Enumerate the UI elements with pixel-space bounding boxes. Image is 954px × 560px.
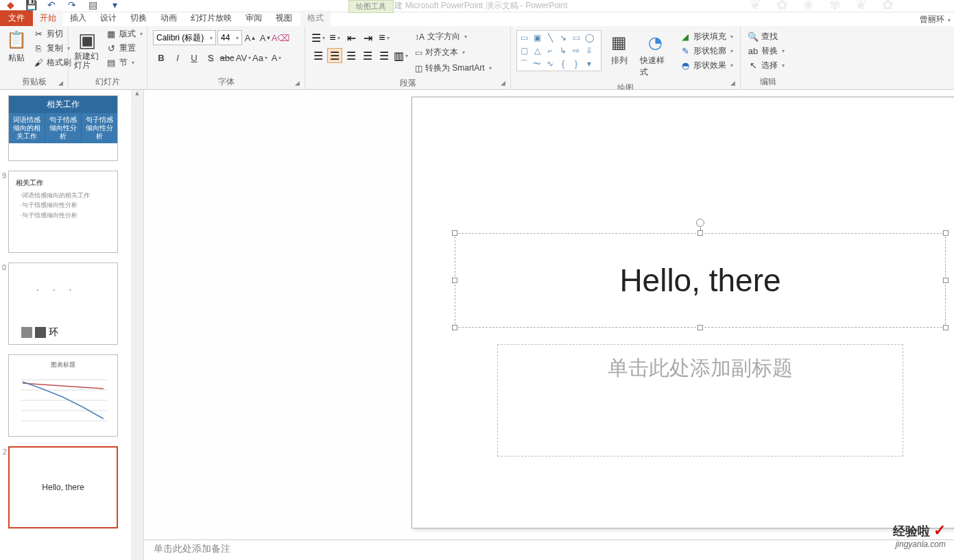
numbering-button[interactable]: ≡▾: [327, 30, 342, 45]
shape-effects-button[interactable]: ◓形状效果▾: [678, 59, 735, 72]
slide-canvas-area[interactable]: Hello, there 单击此处添加副标题: [144, 90, 954, 560]
convert-smartart-button[interactable]: ◫转换为 SmartArt▾: [414, 62, 493, 75]
tab-review[interactable]: 审阅: [239, 10, 269, 26]
format-painter-button[interactable]: 🖌格式刷: [32, 56, 73, 69]
select-button[interactable]: ↖选择▾: [746, 59, 790, 72]
grow-font-button[interactable]: A▲: [243, 31, 257, 45]
shape-brace-r-icon[interactable]: }: [571, 58, 582, 69]
bold-button[interactable]: B: [153, 49, 169, 66]
shape-rect-icon[interactable]: ▭: [571, 32, 582, 43]
underline-button[interactable]: U: [186, 49, 202, 66]
shape-brace-l-icon[interactable]: {: [558, 58, 569, 69]
shadow-button[interactable]: S: [202, 49, 219, 66]
slide-title-text[interactable]: Hello, there: [455, 234, 945, 327]
clipboard-launcher-icon[interactable]: ◢: [58, 80, 67, 88]
slide-thumb-3[interactable]: 0 · · · 环: [8, 263, 118, 345]
align-left-button[interactable]: ☰: [311, 48, 326, 63]
shape-right-arrow-icon[interactable]: ⇨: [571, 45, 582, 56]
resize-handle-tm[interactable]: [697, 230, 703, 236]
bullets-button[interactable]: ☰▾: [311, 30, 326, 45]
char-spacing-button[interactable]: AV▾: [235, 49, 252, 66]
reset-icon: ↺: [106, 43, 117, 54]
tab-slideshow[interactable]: 幻灯片放映: [184, 10, 239, 26]
slide-thumb-4[interactable]: 图表标题: [8, 354, 118, 437]
notes-pane[interactable]: 单击此处添加备注: [144, 539, 954, 560]
reset-button[interactable]: ↺重置: [104, 42, 144, 55]
resize-handle-bl[interactable]: [452, 325, 457, 330]
shape-wave-icon[interactable]: ∿: [545, 58, 556, 69]
distribute-button[interactable]: ☰: [377, 48, 392, 63]
replace-button[interactable]: ab替换▾: [746, 45, 790, 58]
shape-oval-icon[interactable]: ◯: [584, 32, 595, 43]
slide-thumb-5[interactable]: 2 Hello, there: [8, 446, 118, 528]
paste-button[interactable]: 📋 粘贴: [3, 27, 30, 65]
shape-elbow-icon[interactable]: ⌐: [545, 45, 556, 56]
subtitle-placeholder[interactable]: 单击此处添加副标题: [497, 344, 903, 456]
tab-insert[interactable]: 插入: [63, 10, 93, 26]
shape-curve-icon[interactable]: 〜: [532, 58, 542, 69]
increase-indent-button[interactable]: ⇥: [360, 30, 375, 45]
shape-outline-button[interactable]: ✎形状轮廓▾: [678, 45, 735, 58]
slide-thumb-1[interactable]: 相关工作 词语情感倾向的相关工作 句子情感倾向性分析 句子情感倾向性分析: [8, 95, 118, 161]
line-spacing-button[interactable]: ≡▾: [377, 30, 392, 45]
shape-triangle-icon[interactable]: △: [532, 45, 542, 56]
font-name-select[interactable]: Calibri (标题)▾: [153, 30, 216, 45]
thumbnails-scrollbar[interactable]: ▲: [131, 90, 143, 560]
user-name[interactable]: 曾丽环 ▾: [920, 14, 951, 25]
tab-view[interactable]: 视图: [269, 10, 299, 26]
shape-roundrect-icon[interactable]: ▢: [518, 45, 529, 56]
font-size-select[interactable]: 44▾: [217, 30, 242, 45]
shape-line-icon[interactable]: ╲: [545, 32, 556, 43]
tab-file[interactable]: 文件: [0, 10, 33, 26]
arrange-button[interactable]: ▦排列: [606, 30, 633, 68]
italic-button[interactable]: I: [169, 49, 186, 66]
slide-thumb-2[interactable]: 9 相关工作 ·词语情感倾向的相关工作 ·句子情感倾向性分析 ·句子情感倾向性分…: [8, 171, 118, 253]
tab-animations[interactable]: 动画: [154, 10, 184, 26]
align-center-button[interactable]: ☰: [327, 48, 342, 63]
paragraph-launcher-icon[interactable]: ◢: [501, 80, 509, 88]
title-placeholder[interactable]: Hello, there: [455, 233, 946, 328]
shapes-gallery[interactable]: ▭ ▣ ╲ ↘ ▭ ◯ ▢ △ ⌐ ↳ ⇨ ⇩ ⌒ 〜 ∿ { } ▾: [516, 30, 601, 71]
shape-arrow-icon[interactable]: ↘: [558, 32, 569, 43]
tab-home[interactable]: 开始: [33, 10, 63, 26]
resize-handle-br[interactable]: [943, 325, 949, 330]
rotate-handle-icon[interactable]: [696, 219, 704, 227]
copy-button[interactable]: ⎘复制▾: [32, 42, 73, 55]
strikethrough-button[interactable]: abc: [219, 49, 235, 66]
tab-design[interactable]: 设计: [93, 10, 123, 26]
find-button[interactable]: 🔍查找: [746, 30, 790, 43]
align-text-button[interactable]: ▭对齐文本▾: [414, 46, 493, 59]
align-right-button[interactable]: ☰: [344, 48, 359, 63]
shape-down-arrow-icon[interactable]: ⇩: [584, 45, 595, 56]
resize-handle-bm[interactable]: [697, 325, 703, 330]
section-button[interactable]: ▤节▾: [104, 56, 144, 69]
text-direction-button[interactable]: ↕A文字方向▾: [414, 30, 493, 43]
resize-handle-mr[interactable]: [943, 278, 949, 283]
resize-handle-ml[interactable]: [452, 278, 457, 283]
new-slide-icon: ▣: [76, 29, 98, 51]
resize-handle-tr[interactable]: [943, 230, 949, 236]
slide[interactable]: Hello, there 单击此处添加副标题: [412, 97, 954, 528]
drawing-launcher-icon[interactable]: ◢: [730, 80, 739, 88]
shape-picture-icon[interactable]: ▣: [532, 32, 542, 43]
shape-arc-icon[interactable]: ⌒: [518, 58, 529, 69]
justify-button[interactable]: ☰: [360, 48, 375, 63]
shrink-font-button[interactable]: A▼: [259, 31, 272, 45]
cut-button[interactable]: ✂剪切: [32, 27, 73, 40]
quick-styles-button[interactable]: ◔快速样式: [637, 30, 674, 80]
shapes-more-icon[interactable]: ▾: [584, 58, 595, 69]
layout-button[interactable]: ▦版式▾: [104, 27, 144, 40]
new-slide-button[interactable]: ▣ 新建幻灯片: [71, 27, 103, 71]
change-case-button[interactable]: Aa▾: [252, 49, 268, 66]
shape-textbox-icon[interactable]: ▭: [518, 32, 529, 43]
tab-transitions[interactable]: 切换: [123, 10, 154, 26]
font-launcher-icon[interactable]: ◢: [295, 80, 303, 88]
columns-button[interactable]: ▥▾: [393, 48, 408, 63]
shape-fill-button[interactable]: ◢形状填充▾: [678, 30, 735, 43]
decrease-indent-button[interactable]: ⇤: [344, 30, 359, 45]
clear-format-button[interactable]: A⌫: [274, 31, 287, 45]
tab-format[interactable]: 格式: [300, 10, 331, 26]
shape-connector-icon[interactable]: ↳: [558, 45, 569, 56]
font-color-button[interactable]: A▾: [268, 49, 285, 66]
resize-handle-tl[interactable]: [452, 230, 457, 236]
